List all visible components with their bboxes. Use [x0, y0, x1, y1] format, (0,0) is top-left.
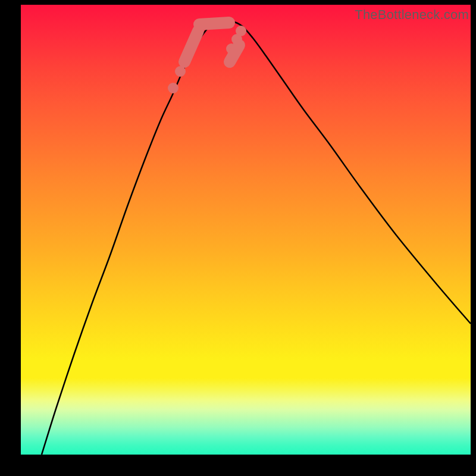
curve-marker-dot [236, 26, 246, 36]
curve-marker-dot [168, 83, 178, 93]
curve-marker-pill [199, 23, 229, 24]
curve-marker-pill [230, 45, 239, 62]
watermark-text: TheBottleneck.com [355, 7, 469, 23]
chart-plot-area [21, 5, 471, 455]
curve-marker-pill [184, 31, 198, 62]
bottleneck-curve [42, 21, 471, 455]
chart-svg [21, 5, 471, 455]
curve-markers [168, 23, 246, 93]
